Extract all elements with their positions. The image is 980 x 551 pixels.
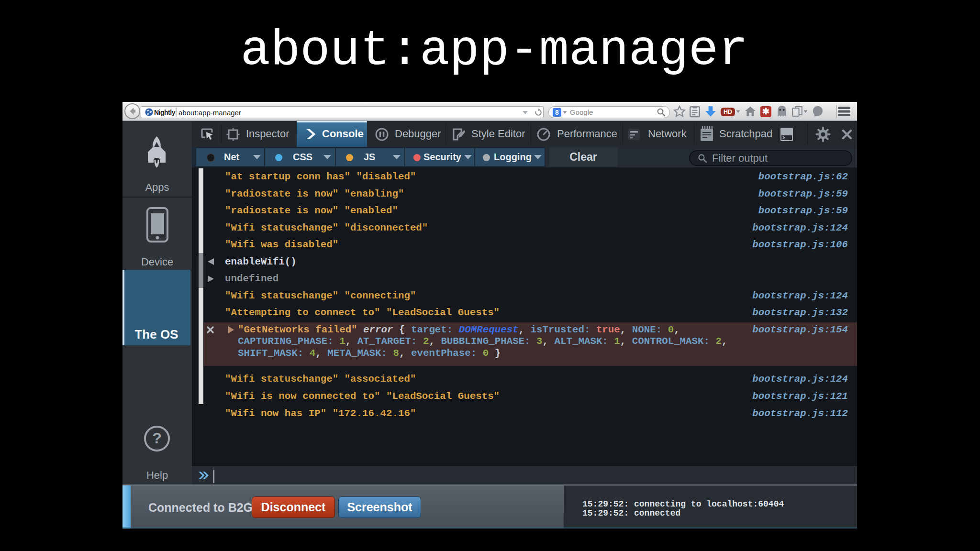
svg-text:?: ? (152, 430, 162, 447)
